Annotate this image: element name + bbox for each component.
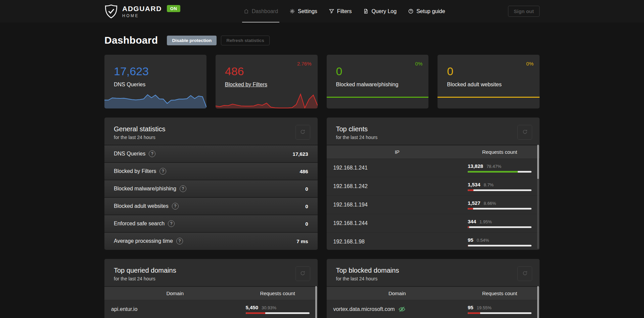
stat-row-blocked-by-filters: Blocked by Filters?486 — [104, 162, 318, 180]
main-nav: DashboardSettingsFiltersQuery LogSetup g… — [242, 0, 447, 22]
client-ip[interactable]: 192.168.1.98 — [333, 239, 365, 245]
stat-row-value: 0 — [305, 186, 308, 192]
topbar: ADGUARD ON HOME DashboardSettingsFilters… — [0, 0, 644, 22]
vertical-scrollbar[interactable] — [537, 145, 539, 249]
domain-name[interactable]: api.entur.io — [111, 306, 137, 312]
help-icon[interactable]: ? — [149, 150, 155, 157]
stat-row-dns-queries: DNS Queries?17,623 — [104, 145, 318, 162]
requests-bar — [468, 208, 532, 210]
refresh-icon — [522, 129, 528, 136]
nav-item-settings[interactable]: Settings — [288, 0, 319, 22]
stat-row-enforced-safe-search: Enforced safe search?0 — [104, 215, 318, 232]
help-icon[interactable]: ? — [176, 238, 183, 244]
vertical-scrollbar[interactable] — [537, 286, 539, 318]
client-ip[interactable]: 192.168.1.244 — [333, 220, 368, 226]
requests-bar-fill — [468, 312, 480, 314]
brand-subtitle: HOME — [122, 13, 180, 18]
help-icon[interactable]: ? — [168, 220, 175, 227]
panel-subtitle: for the last 24 hours — [114, 135, 308, 140]
panel-refresh-button[interactable] — [295, 125, 310, 140]
column-header-requests: Requests count — [468, 290, 540, 296]
domain-name[interactable]: vortex.data.microsoft.com — [333, 306, 395, 312]
panel-title: Top queried domains — [114, 266, 308, 274]
client-ip[interactable]: 192.168.1.242 — [333, 183, 368, 189]
scrollbar-thumb[interactable] — [315, 286, 317, 318]
stat-row-value: 486 — [300, 169, 308, 174]
requests-count: 1,527 — [468, 200, 480, 206]
scrollbar-thumb[interactable] — [537, 145, 539, 179]
stat-row-label: Average processing time — [114, 238, 173, 244]
document-icon — [363, 8, 369, 14]
refresh-icon — [522, 270, 528, 277]
client-ip[interactable]: 192.168.1.241 — [333, 165, 368, 171]
general-statistics-panel: General statistics for the last 24 hours… — [104, 118, 318, 250]
column-header-requests: Requests count — [246, 290, 318, 296]
scrollbar-thumb[interactable] — [537, 286, 539, 318]
column-header-requests: Requests count — [468, 149, 540, 155]
stat-row-value: 17,623 — [293, 151, 308, 157]
protection-status-badge: ON — [167, 5, 181, 12]
panel-refresh-button[interactable] — [295, 266, 310, 281]
requests-count: 1,534 — [468, 182, 480, 187]
stat-value: 0 — [447, 65, 540, 78]
requests-percent: 0.54% — [477, 238, 489, 243]
page-title: Dashboard — [104, 35, 158, 46]
client-ip[interactable]: 192.168.1.194 — [333, 202, 368, 208]
panel-title: Top blocked domains — [336, 266, 531, 274]
stat-row-value: 0 — [305, 221, 308, 227]
nav-item-filters[interactable]: Filters — [327, 0, 353, 22]
stat-label-link[interactable]: Blocked by Filters — [225, 82, 267, 88]
nav-item-label: Setup guide — [416, 8, 445, 14]
funnel-icon — [329, 8, 334, 14]
requests-bar — [468, 245, 532, 246]
dashboard-page: Dashboard Disable protection Refresh sta… — [104, 35, 540, 318]
help-icon[interactable]: ? — [172, 203, 179, 210]
nav-item-query-log[interactable]: Query Log — [362, 0, 398, 22]
requests-bar — [468, 189, 532, 191]
requests-percent: 1.95% — [479, 219, 492, 224]
trend-percent: 0% — [526, 61, 534, 66]
sign-out-button[interactable]: Sign out — [508, 6, 540, 17]
stat-row-label: DNS Queries — [114, 151, 145, 157]
stat-row-average-processing-time: Average processing time?7 ms — [104, 232, 318, 249]
requests-bar-fill — [246, 312, 266, 314]
stat-label: Blocked adult websites — [447, 82, 502, 88]
top-queried-domains-panel: Top queried domains for the last 24 hour… — [104, 259, 318, 318]
column-header-domain: Domain — [104, 290, 246, 296]
vertical-scrollbar[interactable] — [315, 286, 317, 318]
adguard-shield-icon — [104, 4, 118, 19]
disable-protection-button[interactable]: Disable protection — [167, 36, 217, 45]
column-header-domain: Domain — [327, 290, 468, 296]
table-header: Domain Requests count — [104, 286, 318, 300]
refresh-statistics-button[interactable]: Refresh statistics — [221, 36, 270, 45]
stat-cards-row: 17,623DNS Queries2.76%486Blocked by Filt… — [104, 55, 540, 108]
requests-bar — [468, 312, 532, 314]
refresh-icon — [300, 270, 306, 277]
stat-row-label: Blocked by Filters — [114, 168, 156, 174]
table-header: IP Requests count — [327, 145, 540, 158]
panel-title: General statistics — [114, 125, 308, 133]
stat-row-value: 7 ms — [296, 238, 308, 244]
panel-refresh-button[interactable] — [517, 125, 532, 140]
panel-refresh-button[interactable] — [517, 266, 532, 281]
stat-row-label: Blocked malware/phishing — [114, 186, 176, 192]
requests-percent: 19.55% — [477, 305, 492, 310]
nav-item-dashboard[interactable]: Dashboard — [242, 0, 279, 22]
trend-percent: 2.76% — [297, 61, 312, 66]
panel-subtitle: for the last 24 hours — [114, 276, 308, 281]
requests-bar-fill — [468, 189, 473, 191]
top-blocked-domains-panel: Top blocked domains for the last 24 hour… — [327, 259, 540, 318]
requests-count: 95 — [468, 305, 473, 310]
requests-count: 95 — [468, 237, 473, 243]
stat-row-label: Enforced safe search — [114, 221, 165, 227]
refresh-icon — [300, 129, 306, 136]
requests-bar-fill — [468, 245, 468, 246]
help-icon[interactable]: ? — [159, 168, 166, 175]
stat-value: 486 — [225, 65, 318, 78]
client-row: 192.168.1.24113,82878.47% — [327, 158, 540, 177]
nav-item-label: Settings — [298, 8, 317, 14]
help-icon[interactable]: ? — [180, 185, 186, 192]
brand-name: ADGUARD — [122, 5, 162, 13]
panel-subtitle: for the last 24 hours — [336, 276, 531, 281]
nav-item-setup-guide[interactable]: Setup guide — [407, 0, 446, 22]
